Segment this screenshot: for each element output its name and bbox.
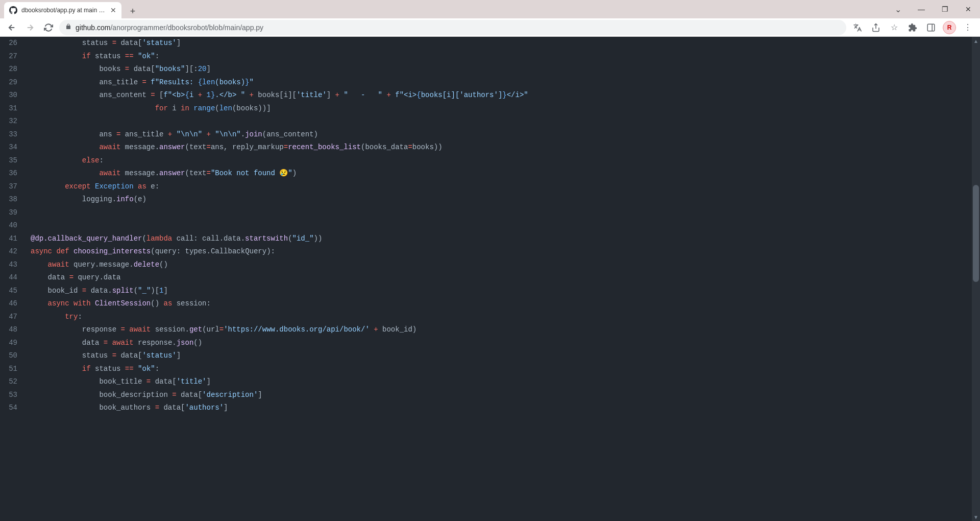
code-content[interactable] [26, 115, 980, 128]
line-number[interactable]: 28 [0, 63, 26, 76]
line-number[interactable]: 35 [0, 154, 26, 168]
code-line: 50 status = data['status'] [0, 349, 980, 363]
line-number[interactable]: 54 [0, 401, 26, 415]
line-number[interactable]: 45 [0, 285, 26, 298]
code-content[interactable]: else: [26, 154, 980, 168]
translate-icon[interactable] [849, 19, 866, 36]
code-content[interactable]: async def choosing_interests(query: type… [26, 245, 980, 258]
code-content[interactable]: book_title = data['title'] [26, 375, 980, 389]
code-content[interactable]: try: [26, 311, 980, 324]
line-number[interactable]: 30 [0, 89, 26, 102]
code-line: 36 await message.answer(text="Book not f… [0, 167, 980, 180]
code-content[interactable]: async with ClientSession() as session: [26, 297, 980, 311]
code-content[interactable]: for i in range(len(books))] [26, 102, 980, 115]
code-content[interactable]: data = query.data [26, 271, 980, 285]
code-content[interactable]: ans = ans_title + "\n\n" + "\n\n".join(a… [26, 128, 980, 141]
line-number[interactable]: 51 [0, 363, 26, 376]
new-tab-button[interactable]: + [126, 4, 140, 18]
code-line: 35 else: [0, 154, 980, 168]
scroll-up-arrow[interactable]: ▲ [972, 37, 980, 45]
close-window-button[interactable]: ✕ [957, 0, 980, 18]
code-content[interactable]: status = data['status'] [26, 37, 980, 50]
profile-avatar[interactable]: R [941, 19, 958, 36]
line-number[interactable]: 29 [0, 76, 26, 89]
code-line: 37 except Exception as e: [0, 180, 980, 194]
line-number[interactable]: 48 [0, 323, 26, 337]
code-line: 49 data = await response.json() [0, 337, 980, 350]
code-content[interactable]: if status == "ok": [26, 50, 980, 63]
scrollbar-thumb[interactable] [973, 185, 979, 282]
code-line: 40 [0, 219, 980, 232]
forward-button[interactable] [22, 20, 38, 35]
lock-icon [65, 23, 71, 31]
line-number[interactable]: 40 [0, 219, 26, 232]
close-icon[interactable]: ✕ [110, 6, 116, 14]
code-content[interactable]: status = data['status'] [26, 349, 980, 363]
browser-tab-active[interactable]: dbooksrobot/app.py at main · an ✕ [4, 2, 121, 18]
code-line: 31 for i in range(len(books))] [0, 102, 980, 115]
code-content[interactable]: ans_title = f"Results: {len(books)}" [26, 76, 980, 89]
code-content[interactable]: ans_content = [f"<b>{i + 1}.</b> " + boo… [26, 89, 980, 102]
line-number[interactable]: 47 [0, 311, 26, 324]
svg-rect-0 [927, 24, 935, 31]
code-line: 33 ans = ans_title + "\n\n" + "\n\n".joi… [0, 128, 980, 141]
line-number[interactable]: 46 [0, 297, 26, 311]
extensions-icon[interactable] [904, 19, 921, 36]
code-line: 46 async with ClientSession() as session… [0, 297, 980, 311]
code-content[interactable]: await message.answer(text=ans, reply_mar… [26, 141, 980, 154]
code-content[interactable]: book_id = data.split("_")[1] [26, 285, 980, 298]
share-icon[interactable] [868, 19, 884, 36]
back-button[interactable] [4, 20, 19, 35]
code-content[interactable]: if status == "ok": [26, 363, 980, 376]
reload-button[interactable] [41, 20, 56, 35]
code-line: 26 status = data['status'] [0, 37, 980, 50]
code-line: 54 book_authors = data['authors'] [0, 401, 980, 415]
vertical-scrollbar[interactable]: ▲ ▼ [972, 37, 980, 521]
code-line: 53 book_description = data['description'… [0, 389, 980, 402]
code-content[interactable]: book_authors = data['authors'] [26, 401, 980, 415]
chevron-down-icon[interactable]: ⌄ [886, 0, 910, 18]
line-number[interactable]: 27 [0, 50, 26, 63]
code-line: 39 [0, 206, 980, 220]
line-number[interactable]: 49 [0, 337, 26, 350]
code-line: 47 try: [0, 311, 980, 324]
line-number[interactable]: 32 [0, 115, 26, 128]
line-number[interactable]: 50 [0, 349, 26, 363]
code-content[interactable] [26, 219, 980, 232]
address-bar[interactable]: github.com/anorprogrammer/dbooksrobot/bl… [59, 20, 846, 35]
line-number[interactable]: 52 [0, 375, 26, 389]
code-content[interactable]: except Exception as e: [26, 180, 980, 194]
line-number[interactable]: 37 [0, 180, 26, 194]
code-content[interactable]: books = data["books"][:20] [26, 63, 980, 76]
code-content[interactable]: await query.message.delete() [26, 258, 980, 272]
line-number[interactable]: 38 [0, 193, 26, 206]
line-number[interactable]: 31 [0, 102, 26, 115]
line-number[interactable]: 43 [0, 258, 26, 272]
code-content[interactable]: data = await response.json() [26, 337, 980, 350]
code-content[interactable]: book_description = data['description'] [26, 389, 980, 402]
line-number[interactable]: 33 [0, 128, 26, 141]
tab-title: dbooksrobot/app.py at main · an [21, 7, 106, 14]
bookmark-icon[interactable]: ☆ [886, 19, 902, 36]
line-number[interactable]: 26 [0, 37, 26, 50]
menu-icon[interactable]: ⋮ [960, 19, 976, 36]
line-number[interactable]: 36 [0, 167, 26, 180]
code-content[interactable]: response = await session.get(url='https:… [26, 323, 980, 337]
maximize-button[interactable]: ❐ [933, 0, 957, 18]
line-number[interactable]: 39 [0, 206, 26, 220]
code-content[interactable]: logging.info(e) [26, 193, 980, 206]
code-content[interactable] [26, 206, 980, 220]
sidepanel-icon[interactable] [923, 19, 939, 36]
code-line: 27 if status == "ok": [0, 50, 980, 63]
line-number[interactable]: 44 [0, 271, 26, 285]
url-text: github.com/anorprogrammer/dbooksrobot/bl… [76, 23, 840, 32]
line-number[interactable]: 53 [0, 389, 26, 402]
minimize-button[interactable]: — [910, 0, 933, 18]
scroll-down-arrow[interactable]: ▼ [972, 513, 980, 521]
code-content[interactable]: await message.answer(text="Book not foun… [26, 167, 980, 180]
line-number[interactable]: 42 [0, 245, 26, 258]
line-number[interactable]: 34 [0, 141, 26, 154]
code-line: 51 if status == "ok": [0, 363, 980, 376]
line-number[interactable]: 41 [0, 232, 26, 246]
code-content[interactable]: @dp.callback_query_handler(lambda call: … [26, 232, 980, 246]
